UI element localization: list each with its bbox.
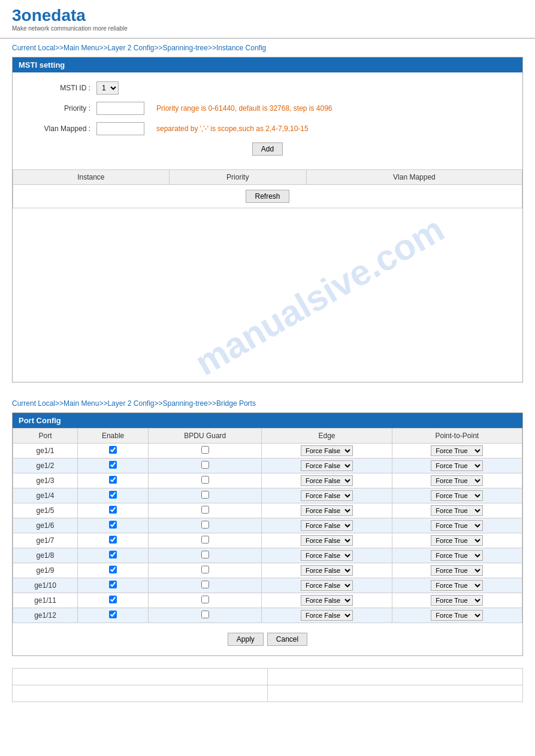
enable-cell[interactable]	[78, 548, 149, 563]
bpdu-cell[interactable]	[149, 473, 262, 488]
edge-select[interactable]: Force FalseForce TrueAuto	[301, 505, 353, 516]
priority-input-wrap[interactable]: 32768	[96, 102, 144, 115]
ptp-cell[interactable]: Force TrueForce FalseAuto	[392, 548, 522, 563]
edge-cell[interactable]: Force FalseForce TrueAuto	[262, 459, 392, 473]
bpdu-cell[interactable]	[149, 608, 262, 623]
edge-select[interactable]: Force FalseForce TrueAuto	[301, 565, 353, 576]
edge-select[interactable]: Force FalseForce TrueAuto	[301, 475, 353, 486]
edge-select[interactable]: Force FalseForce TrueAuto	[301, 490, 353, 501]
bpdu-checkbox[interactable]	[201, 596, 209, 603]
ptp-cell[interactable]: Force TrueForce FalseAuto	[392, 503, 522, 518]
cancel-button[interactable]: Cancel	[267, 633, 307, 646]
bpdu-cell[interactable]	[149, 548, 262, 563]
ptp-select[interactable]: Force TrueForce FalseAuto	[431, 595, 483, 606]
ptp-cell[interactable]: Force TrueForce FalseAuto	[392, 578, 522, 593]
bpdu-checkbox[interactable]	[201, 581, 209, 588]
bpdu-cell[interactable]	[149, 488, 262, 503]
enable-checkbox[interactable]	[109, 491, 117, 499]
edge-select[interactable]: Force FalseForce TrueAuto	[301, 460, 353, 471]
edge-cell[interactable]: Force FalseForce TrueAuto	[262, 578, 392, 593]
enable-cell[interactable]	[78, 533, 149, 548]
bpdu-cell[interactable]	[149, 533, 262, 548]
edge-cell[interactable]: Force FalseForce TrueAuto	[262, 503, 392, 518]
bpdu-checkbox[interactable]	[201, 506, 209, 514]
bpdu-checkbox[interactable]	[201, 566, 209, 573]
bpdu-checkbox[interactable]	[201, 446, 209, 454]
enable-checkbox[interactable]	[109, 446, 117, 454]
enable-cell[interactable]	[78, 444, 149, 459]
edge-cell[interactable]: Force FalseForce TrueAuto	[262, 608, 392, 623]
ptp-select[interactable]: Force TrueForce FalseAuto	[431, 565, 483, 576]
ptp-select[interactable]: Force TrueForce FalseAuto	[431, 460, 483, 471]
edge-select[interactable]: Force FalseForce TrueAuto	[301, 595, 353, 606]
bpdu-cell[interactable]	[149, 593, 262, 608]
edge-cell[interactable]: Force FalseForce TrueAuto	[262, 548, 392, 563]
ptp-select[interactable]: Force TrueForce FalseAuto	[431, 610, 483, 621]
bpdu-checkbox[interactable]	[201, 611, 209, 618]
enable-checkbox[interactable]	[109, 551, 117, 558]
ptp-select[interactable]: Force TrueForce FalseAuto	[431, 505, 483, 516]
priority-input[interactable]: 32768	[96, 102, 144, 115]
ptp-select[interactable]: Force TrueForce FalseAuto	[431, 445, 483, 456]
enable-checkbox[interactable]	[109, 521, 117, 529]
enable-cell[interactable]	[78, 563, 149, 578]
enable-checkbox[interactable]	[109, 506, 117, 514]
ptp-cell[interactable]: Force TrueForce FalseAuto	[392, 563, 522, 578]
enable-checkbox[interactable]	[109, 566, 117, 573]
bpdu-cell[interactable]	[149, 578, 262, 593]
edge-cell[interactable]: Force FalseForce TrueAuto	[262, 444, 392, 459]
edge-cell[interactable]: Force FalseForce TrueAuto	[262, 563, 392, 578]
bpdu-checkbox[interactable]	[201, 461, 209, 469]
bpdu-checkbox[interactable]	[201, 476, 209, 484]
enable-cell[interactable]	[78, 473, 149, 488]
enable-cell[interactable]	[78, 459, 149, 473]
enable-checkbox[interactable]	[109, 611, 117, 618]
edge-select[interactable]: Force FalseForce TrueAuto	[301, 550, 353, 561]
bpdu-cell[interactable]	[149, 518, 262, 533]
enable-checkbox[interactable]	[109, 476, 117, 484]
msti-id-input-wrap[interactable]: 1	[96, 81, 119, 95]
add-button[interactable]: Add	[252, 142, 283, 156]
ptp-select[interactable]: Force TrueForce FalseAuto	[431, 520, 483, 531]
ptp-select[interactable]: Force TrueForce FalseAuto	[431, 580, 483, 591]
ptp-cell[interactable]: Force TrueForce FalseAuto	[392, 488, 522, 503]
bpdu-cell[interactable]	[149, 444, 262, 459]
enable-checkbox[interactable]	[109, 581, 117, 588]
edge-select[interactable]: Force FalseForce TrueAuto	[301, 580, 353, 591]
bpdu-checkbox[interactable]	[201, 491, 209, 499]
enable-cell[interactable]	[78, 488, 149, 503]
ptp-cell[interactable]: Force TrueForce FalseAuto	[392, 459, 522, 473]
msti-id-select[interactable]: 1	[96, 81, 119, 95]
enable-checkbox[interactable]	[109, 596, 117, 603]
ptp-cell[interactable]: Force TrueForce FalseAuto	[392, 518, 522, 533]
edge-select[interactable]: Force FalseForce TrueAuto	[301, 535, 353, 546]
ptp-select[interactable]: Force TrueForce FalseAuto	[431, 550, 483, 561]
enable-cell[interactable]	[78, 503, 149, 518]
edge-cell[interactable]: Force FalseForce TrueAuto	[262, 473, 392, 488]
ptp-cell[interactable]: Force TrueForce FalseAuto	[392, 608, 522, 623]
ptp-select[interactable]: Force TrueForce FalseAuto	[431, 535, 483, 546]
bpdu-cell[interactable]	[149, 459, 262, 473]
ptp-cell[interactable]: Force TrueForce FalseAuto	[392, 593, 522, 608]
ptp-select[interactable]: Force TrueForce FalseAuto	[431, 475, 483, 486]
edge-select[interactable]: Force FalseForce TrueAuto	[301, 520, 353, 531]
enable-cell[interactable]	[78, 608, 149, 623]
edge-cell[interactable]: Force FalseForce TrueAuto	[262, 593, 392, 608]
apply-button[interactable]: Apply	[228, 633, 264, 646]
ptp-cell[interactable]: Force TrueForce FalseAuto	[392, 533, 522, 548]
enable-checkbox[interactable]	[109, 536, 117, 544]
enable-cell[interactable]	[78, 578, 149, 593]
bpdu-checkbox[interactable]	[201, 551, 209, 558]
bpdu-cell[interactable]	[149, 563, 262, 578]
enable-checkbox[interactable]	[109, 461, 117, 469]
refresh-button[interactable]: Refresh	[246, 190, 289, 203]
ptp-cell[interactable]: Force TrueForce FalseAuto	[392, 473, 522, 488]
edge-cell[interactable]: Force FalseForce TrueAuto	[262, 518, 392, 533]
enable-cell[interactable]	[78, 593, 149, 608]
vlan-input[interactable]	[96, 122, 144, 135]
edge-select[interactable]: Force FalseForce TrueAuto	[301, 445, 353, 456]
edge-cell[interactable]: Force FalseForce TrueAuto	[262, 533, 392, 548]
bpdu-checkbox[interactable]	[201, 536, 209, 544]
bpdu-checkbox[interactable]	[201, 521, 209, 529]
ptp-cell[interactable]: Force TrueForce FalseAuto	[392, 444, 522, 459]
